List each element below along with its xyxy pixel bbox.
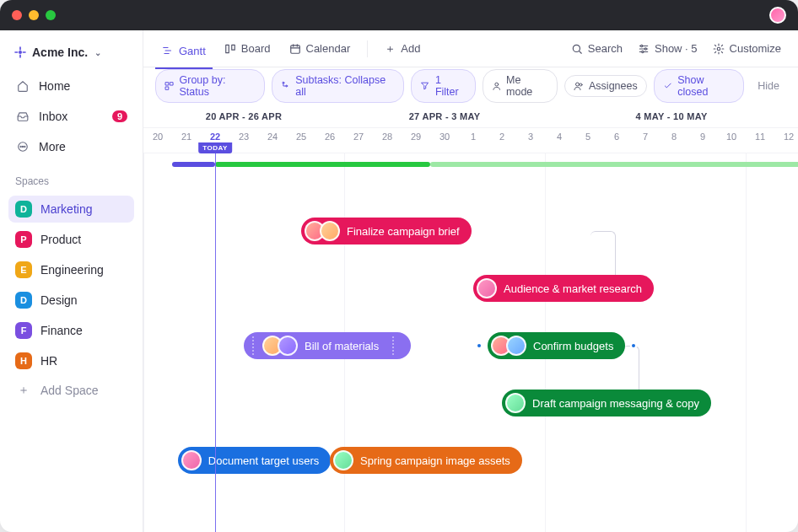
nav-home[interactable]: Home [8, 73, 134, 99]
drag-handle-icon[interactable] [391, 336, 396, 355]
nav-home-label: Home [39, 79, 70, 93]
inbox-badge: 9 [112, 110, 127, 122]
add-view-button[interactable]: ＋ Add [378, 36, 427, 62]
task-assets[interactable]: Spring campaign image assets [330, 447, 522, 474]
hide-filters-button[interactable]: Hide [751, 77, 786, 95]
maximize-window[interactable] [46, 10, 56, 20]
space-badge: E [15, 261, 32, 278]
user-icon [492, 81, 502, 91]
chip-filter[interactable]: 1 Filter [411, 69, 475, 103]
task-audience[interactable]: Audience & market research [473, 275, 654, 302]
nav-inbox[interactable]: Inbox 9 [8, 103, 134, 130]
svg-point-4 [24, 146, 25, 147]
chip-group-by[interactable]: Group by: Status [155, 69, 265, 103]
space-badge: P [15, 231, 32, 248]
day-cell[interactable]: 23 [229, 128, 258, 153]
space-label: Product [40, 233, 81, 246]
week-header: 20 APR - 26 APR 27 APR - 3 MAY 4 MAY - 1… [143, 105, 798, 128]
space-label: Design [40, 293, 78, 307]
chip-subtasks[interactable]: Subtasks: Collapse all [272, 69, 405, 103]
group-by-label: Group by: Status [180, 74, 256, 98]
day-cell[interactable]: 29 [402, 128, 430, 153]
day-cell[interactable]: 26 [315, 128, 344, 153]
search-button[interactable]: Search [566, 39, 628, 58]
filter-bar: Group by: Status Subtasks: Collapse all … [143, 67, 798, 105]
selection-handle[interactable] [630, 342, 637, 349]
customize-button[interactable]: Customize [708, 39, 786, 58]
check-icon [663, 81, 673, 91]
tab-gantt[interactable]: Gantt [155, 40, 213, 69]
day-cell[interactable]: 10 [717, 128, 746, 153]
close-window[interactable] [12, 10, 22, 20]
day-cell[interactable]: 5 [574, 128, 602, 153]
day-cell[interactable]: 24 [258, 128, 287, 153]
space-engineering[interactable]: E Engineering [8, 256, 134, 283]
assignee-avatar [333, 450, 353, 470]
day-cell[interactable]: 4 [545, 128, 574, 153]
selection-handle[interactable] [476, 342, 483, 349]
today-tag: TODAY [198, 142, 232, 153]
day-cell[interactable]: 12 [774, 128, 798, 153]
task-finalize[interactable]: Finalize campaign brief [301, 218, 472, 245]
day-cell[interactable]: 8 [660, 128, 688, 153]
tab-calendar-label: Calendar [306, 42, 351, 55]
day-cell[interactable]: 27 [344, 128, 373, 153]
space-product[interactable]: P Product [8, 226, 134, 253]
add-space-button[interactable]: ＋ Add Space [8, 378, 134, 403]
tab-calendar[interactable]: Calendar [283, 37, 358, 60]
gear-icon [713, 43, 725, 55]
timeline: 20 APR - 26 APR 27 APR - 3 MAY 4 MAY - 1… [143, 105, 798, 532]
chip-show-closed[interactable]: Show closed [654, 69, 745, 103]
inbox-icon [15, 109, 30, 124]
day-cell[interactable]: 6 [602, 128, 631, 153]
home-icon [15, 78, 30, 94]
day-cell[interactable]: 20 [143, 128, 172, 153]
space-marketing[interactable]: D Marketing [8, 196, 134, 223]
plus-icon: ＋ [385, 41, 396, 56]
nav-more[interactable]: More [8, 133, 134, 160]
space-hr[interactable]: H HR [8, 347, 134, 374]
space-finance[interactable]: F Finance [8, 317, 134, 344]
show-button[interactable]: Show · 5 [633, 39, 703, 58]
day-cell[interactable]: 22TODAY [201, 128, 229, 153]
space-design[interactable]: D Design [8, 287, 134, 314]
task-messaging[interactable]: Draft campaign messaging & copy [502, 390, 711, 416]
subtasks-label: Subtasks: Collapse all [295, 74, 395, 98]
space-badge: F [15, 322, 32, 339]
day-cell[interactable]: 1 [459, 128, 488, 153]
logo-icon [13, 46, 27, 59]
workspace-switcher[interactable]: Acme Inc. ⌄ [8, 42, 134, 62]
plus-icon: ＋ [15, 383, 32, 398]
user-avatar[interactable] [769, 7, 786, 24]
day-cell[interactable]: 3 [516, 128, 545, 153]
sliders-icon [638, 43, 650, 55]
gantt-chart: Finalize campaign brief Audience & marke… [143, 153, 798, 532]
day-cell[interactable]: 21 [172, 128, 201, 153]
gantt-icon [162, 45, 174, 56]
titlebar [0, 0, 798, 30]
minimize-window[interactable] [29, 10, 39, 20]
task-connector [590, 231, 616, 282]
subtask-icon [281, 81, 291, 91]
day-cell[interactable]: 2 [488, 128, 516, 153]
group-icon [164, 81, 175, 91]
task-document[interactable]: Document target users [178, 447, 332, 474]
drag-handle-icon[interactable] [251, 336, 256, 355]
filter-icon [420, 81, 430, 91]
day-cell[interactable]: 30 [430, 128, 459, 153]
chip-me-mode[interactable]: Me mode [483, 69, 558, 103]
sidebar: Acme Inc. ⌄ Home Inbox 9 More Spaces D M… [0, 30, 143, 532]
svg-rect-24 [170, 83, 173, 85]
day-cell[interactable]: 28 [373, 128, 402, 153]
day-cell[interactable]: 25 [287, 128, 315, 153]
day-cell[interactable]: 11 [746, 128, 774, 153]
day-cell[interactable]: 9 [688, 128, 717, 153]
task-bom[interactable]: Bill of materials [244, 332, 411, 359]
task-budgets[interactable]: Confirm budgets [488, 332, 625, 359]
tab-board[interactable]: Board [218, 37, 278, 60]
day-cell[interactable]: 7 [631, 128, 660, 153]
svg-point-29 [576, 83, 580, 86]
week-label: 20 APR - 26 APR [143, 105, 344, 127]
chip-assignees[interactable]: Assignees [564, 75, 647, 97]
task-label: Document target users [208, 454, 320, 467]
